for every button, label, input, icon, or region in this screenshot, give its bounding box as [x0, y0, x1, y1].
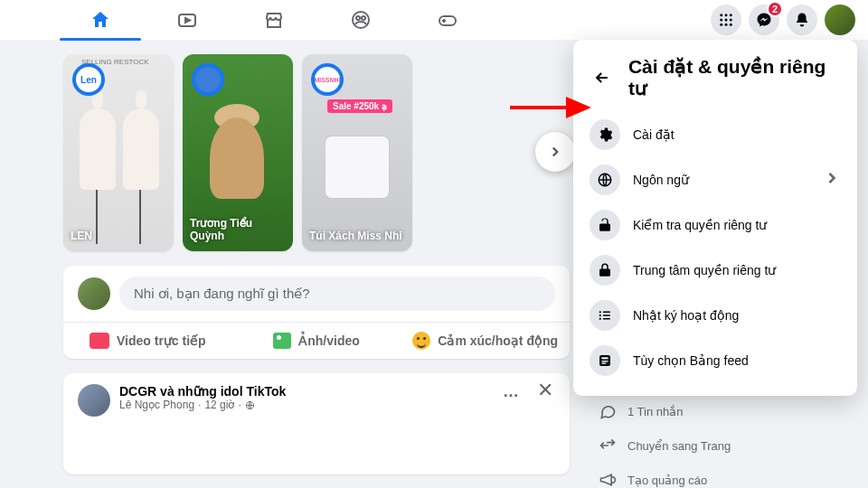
svg-point-7 [730, 14, 732, 16]
post-card: DCGR và những idol TikTok Lê Ngọc Phong … [63, 373, 570, 474]
svg-point-13 [730, 23, 732, 26]
nav-groups[interactable] [345, 5, 376, 35]
settings-privacy-panel: Cài đặt & quyền riêng tư Cài đặt Ngôn ng… [573, 40, 857, 396]
composer-live-button[interactable]: Video trực tiếp [63, 323, 232, 359]
stories-next-button[interactable] [535, 132, 575, 172]
svg-rect-23 [601, 357, 609, 359]
svg-rect-19 [603, 312, 610, 314]
svg-rect-25 [601, 362, 606, 364]
svg-point-1 [353, 12, 369, 28]
svg-point-11 [720, 23, 722, 26]
gear-icon [590, 119, 620, 150]
story-name: LEN [71, 230, 166, 242]
svg-point-6 [725, 14, 728, 16]
globe-icon [245, 400, 255, 410]
menu-activity-log[interactable]: Nhật ký hoạt động [580, 293, 850, 338]
svg-point-16 [599, 311, 601, 313]
lock-open-icon [590, 210, 620, 240]
chevron-right-icon [823, 169, 841, 191]
post-close-button[interactable]: ✕ [537, 379, 553, 402]
composer-card: Nhi ơi, bạn đang nghĩ gì thế? Video trực… [63, 266, 570, 359]
composer-photo-button[interactable]: Ảnh/video [232, 323, 401, 359]
messenger-button[interactable]: 2 [749, 5, 779, 35]
switch-icon [599, 436, 617, 455]
post-avatar[interactable] [78, 384, 110, 417]
menu-apps-button[interactable] [711, 5, 741, 35]
story-avatar: Len [72, 63, 105, 96]
menu-settings[interactable]: Cài đặt [580, 112, 850, 157]
notifications-button[interactable] [787, 5, 817, 35]
svg-rect-21 [603, 318, 610, 320]
post-title[interactable]: DCGR và những idol TikTok [78, 384, 555, 399]
menu-language[interactable]: Ngôn ngữ [580, 157, 850, 202]
video-live-icon [90, 333, 109, 349]
svg-point-17 [599, 314, 601, 316]
nav-watch[interactable] [172, 5, 203, 35]
nav-gaming[interactable] [432, 5, 463, 35]
story-avatar: MISSNHI [311, 63, 344, 96]
svg-rect-20 [603, 314, 610, 316]
post-subtitle: Lê Ngọc Phong · 12 giờ · [119, 399, 555, 411]
story-card[interactable]: Trương Tiểu Quỳnh [183, 54, 293, 251]
svg-point-9 [725, 19, 728, 22]
post-more-button[interactable]: … [503, 382, 521, 401]
message-icon [599, 402, 617, 420]
story-card[interactable]: Sale #250k ạ MISSNHI Túi Xách Miss Nhi [302, 54, 412, 251]
stories-tray: SELLING RESTOCK Len LEN Trương Tiểu Quỳn… [63, 54, 570, 251]
svg-point-5 [720, 14, 722, 16]
globe-icon [590, 164, 620, 195]
lock-icon [590, 255, 620, 286]
story-name: Túi Xách Miss Nhi [309, 230, 405, 242]
story-avatar [192, 63, 224, 96]
svg-point-2 [356, 16, 360, 20]
sale-badge: Sale #250k ạ [327, 99, 392, 113]
composer-avatar[interactable] [78, 277, 110, 310]
composer-feeling-button[interactable]: Cảm xúc/hoạt động [401, 323, 570, 359]
menu-privacy-check[interactable]: Kiểm tra quyền riêng tư [580, 202, 850, 248]
composer-input[interactable]: Nhi ơi, bạn đang nghĩ gì thế? [119, 277, 555, 311]
svg-point-10 [730, 19, 732, 22]
story-card[interactable]: SELLING RESTOCK Len LEN [63, 54, 174, 251]
nav-marketplace[interactable] [259, 5, 289, 35]
svg-point-18 [599, 318, 601, 320]
feeling-icon [412, 332, 430, 350]
svg-rect-4 [439, 16, 456, 25]
photo-icon [273, 333, 291, 349]
top-nav: 2 [0, 0, 868, 40]
panel-title: Cài đặt & quyền riêng tư [628, 56, 841, 99]
menu-feed-options[interactable]: Tùy chọn Bảng feed [580, 338, 850, 383]
menu-privacy-center[interactable]: Trung tâm quyền riêng tư [580, 248, 850, 293]
megaphone-icon [599, 471, 617, 488]
nav-active-indicator [60, 38, 141, 41]
panel-back-button[interactable] [590, 64, 616, 91]
svg-point-8 [720, 19, 722, 22]
nav-home[interactable] [85, 5, 116, 35]
svg-point-3 [362, 16, 365, 20]
account-avatar[interactable] [825, 5, 855, 35]
story-name: Trương Tiểu Quỳnh [190, 217, 286, 242]
right-item-message[interactable]: 1 Tin nhắn [599, 402, 731, 420]
svg-point-12 [725, 23, 728, 26]
svg-rect-24 [601, 361, 609, 362]
feed-icon [590, 345, 620, 376]
list-icon [590, 300, 620, 331]
right-item-ads[interactable]: Tạo quảng cáo [599, 471, 731, 488]
right-item-switch[interactable]: Chuyển sang Trang [599, 436, 731, 455]
messenger-badge: 2 [767, 1, 783, 17]
